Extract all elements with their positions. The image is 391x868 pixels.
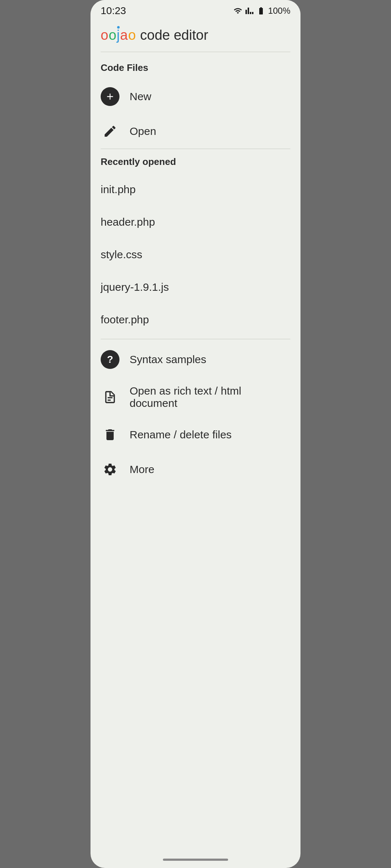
app-header: o o j a o code editor <box>91 20 300 52</box>
more-button[interactable]: More <box>91 452 300 487</box>
phone-container: 10:23 100% o o j <box>91 0 300 868</box>
open-file-button[interactable]: Open <box>91 114 300 149</box>
logo-j: j <box>117 27 119 43</box>
open-file-label: Open <box>130 125 156 137</box>
rename-delete-icon-wrapper <box>101 425 119 444</box>
logo-o3: o <box>128 27 136 43</box>
open-rich-text-icon-wrapper <box>101 388 119 407</box>
recent-actions-divider <box>101 339 290 339</box>
nav-bar <box>163 859 228 861</box>
open-file-icon-wrapper <box>101 122 119 141</box>
document-icon <box>103 390 117 404</box>
logo-a: a <box>120 27 128 43</box>
status-bar: 10:23 100% <box>91 0 300 20</box>
new-file-label: New <box>130 90 151 103</box>
new-file-icon-wrapper <box>101 87 119 106</box>
recently-opened-label: Recently opened <box>91 149 300 173</box>
app-title-text: code editor <box>140 27 208 43</box>
logo-j-wrapper: j <box>117 27 119 43</box>
code-files-label: Code Files <box>91 52 300 79</box>
logo-o2: o <box>109 27 116 43</box>
file-item-init-php[interactable]: init.php <box>91 173 300 206</box>
rename-delete-label: Rename / delete files <box>130 429 232 441</box>
open-rich-text-label: Open as rich text / html document <box>130 385 290 409</box>
more-icon-wrapper <box>101 460 119 479</box>
file-item-header-php[interactable]: header.php <box>91 206 300 238</box>
gear-icon <box>103 462 117 477</box>
file-item-jquery-js[interactable]: jquery-1.9.1.js <box>91 271 300 303</box>
new-file-button[interactable]: New <box>91 79 300 114</box>
status-time: 10:23 <box>101 5 126 17</box>
plus-icon <box>105 92 115 102</box>
wifi-icon <box>234 7 242 15</box>
status-icons: 100% <box>234 6 290 16</box>
signal-icon <box>245 7 254 15</box>
trash-icon <box>103 427 117 442</box>
file-item-footer-php[interactable]: footer.php <box>91 303 300 336</box>
syntax-samples-icon-wrapper: ? <box>101 350 119 369</box>
app-title: o o j a o code editor <box>101 27 290 43</box>
app-logo: o o j a o <box>101 27 136 43</box>
rename-delete-button[interactable]: Rename / delete files <box>91 417 300 452</box>
syntax-samples-button[interactable]: ? Syntax samples <box>91 342 300 377</box>
battery-text: 100% <box>268 6 290 16</box>
syntax-samples-label: Syntax samples <box>130 353 206 366</box>
pencil-icon <box>103 124 117 139</box>
open-rich-text-button[interactable]: Open as rich text / html document <box>91 377 300 417</box>
new-circle-icon <box>101 87 119 106</box>
battery-icon <box>257 7 265 15</box>
more-label: More <box>130 463 154 476</box>
logo-o1: o <box>101 27 108 43</box>
logo-dot <box>117 26 119 29</box>
question-icon: ? <box>101 350 119 369</box>
file-item-style-css[interactable]: style.css <box>91 238 300 271</box>
